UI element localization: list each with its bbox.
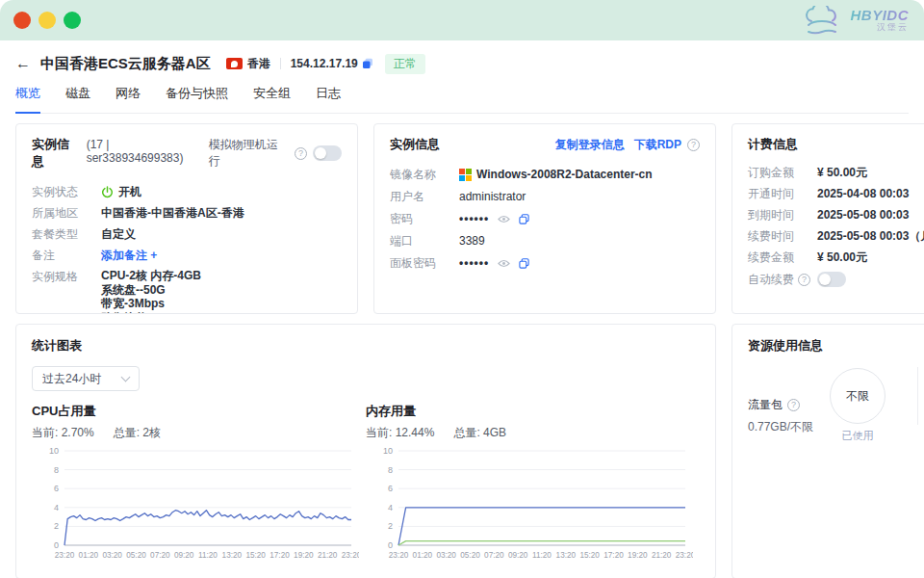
svg-text:09:20: 09:20 bbox=[174, 551, 194, 560]
panel-row-2: 统计图表 过去24小时 CPU占用量 当前: 2.70% 总量: 2核 0246… bbox=[15, 324, 924, 578]
copy-ip-icon[interactable] bbox=[362, 58, 373, 69]
sim-physical-toggle[interactable] bbox=[313, 145, 342, 161]
back-arrow-icon[interactable]: ← bbox=[15, 56, 31, 71]
svg-text:01:20: 01:20 bbox=[79, 551, 99, 560]
instance-id: (17 | ser338934699383) bbox=[87, 138, 209, 165]
svg-text:6: 6 bbox=[54, 484, 59, 493]
svg-text:6: 6 bbox=[388, 484, 393, 493]
cpu-chart-title: CPU占用量 bbox=[32, 403, 366, 420]
region-badge: 香港 bbox=[226, 56, 270, 72]
instance-panel-title: 实例信息 bbox=[32, 136, 82, 171]
svg-text:23:20: 23:20 bbox=[55, 551, 75, 560]
question-circle-icon[interactable] bbox=[295, 147, 307, 160]
hong-kong-flag-icon bbox=[226, 58, 243, 69]
svg-text:11:20: 11:20 bbox=[198, 551, 218, 560]
tab-overview[interactable]: 概览 bbox=[15, 85, 40, 114]
spec-line: CPU-2核 内存-4GB bbox=[101, 269, 202, 283]
spec-line: 系统盘--50G bbox=[101, 283, 202, 298]
expire-time-value: 2025-05-08 00:03 bbox=[817, 207, 909, 223]
memory-usage-chart[interactable]: 024681023:2001:2003:2005:2007:2009:2011:… bbox=[366, 445, 693, 565]
image-name-value: Windows-2008R2-Datacenter-cn bbox=[459, 167, 653, 182]
field-label: 面板密码 bbox=[390, 255, 459, 271]
instance-status-value: 开机 bbox=[101, 184, 141, 199]
brand-subtitle: 汉堡云 bbox=[877, 21, 909, 34]
svg-text:4: 4 bbox=[388, 503, 393, 512]
svg-text:10: 10 bbox=[383, 446, 393, 456]
add-note-link[interactable]: 添加备注 + bbox=[101, 248, 157, 263]
tab-disk[interactable]: 磁盘 bbox=[65, 85, 90, 113]
tab-backup-snapshot[interactable]: 备份与快照 bbox=[166, 85, 228, 113]
resource-panel-title: 资源使用信息 bbox=[748, 338, 823, 353]
cpu-current-stat: 当前: 2.70% bbox=[32, 425, 94, 441]
svg-text:8: 8 bbox=[388, 465, 393, 475]
field-label: 自动续费 bbox=[748, 272, 794, 287]
sim-physical-label: 模拟物理机运行 bbox=[209, 137, 289, 170]
instance-region-value: 中国香港-中国香港A区-香港 bbox=[101, 205, 244, 221]
copy-icon[interactable] bbox=[519, 214, 529, 224]
copy-login-info-link[interactable]: 复制登录信息 bbox=[555, 137, 625, 153]
app-window: HBYIDC 汉堡云 ← 中国香港ECS云服务器A区 香港 154.12.17.… bbox=[0, 0, 924, 578]
resource-usage-panel: 资源使用信息 流量包 0.77GB/不限 不限 已使用 bbox=[732, 324, 924, 578]
svg-text:21:20: 21:20 bbox=[318, 551, 338, 560]
cpu-usage-chart[interactable]: 024681023:2001:2003:2005:2007:2009:2011:… bbox=[32, 445, 359, 565]
divider bbox=[917, 367, 918, 425]
question-circle-icon[interactable] bbox=[687, 139, 700, 151]
statistics-panel: 统计图表 过去24小时 CPU占用量 当前: 2.70% 总量: 2核 0246… bbox=[15, 324, 716, 578]
brand-logo: HBYIDC 汉堡云 bbox=[800, 6, 909, 35]
svg-text:07:20: 07:20 bbox=[150, 551, 170, 560]
svg-text:23:20: 23:20 bbox=[342, 551, 359, 560]
renew-amount-value: ¥ 50.00元 bbox=[817, 250, 867, 265]
field-label: 续费金额 bbox=[748, 250, 817, 265]
tab-bar: 概览 磁盘 网络 备份与快照 安全组 日志 bbox=[15, 85, 909, 114]
field-label: 实例规格 bbox=[32, 269, 101, 314]
eye-icon[interactable] bbox=[498, 215, 510, 223]
maximize-icon[interactable] bbox=[64, 12, 81, 29]
svg-text:15:20: 15:20 bbox=[245, 551, 266, 560]
close-icon[interactable] bbox=[13, 12, 31, 29]
svg-text:4: 4 bbox=[54, 503, 59, 512]
svg-text:03:20: 03:20 bbox=[102, 551, 122, 560]
spec-line: 带宽-3Mbps bbox=[101, 297, 202, 311]
eye-icon[interactable] bbox=[498, 259, 510, 268]
status-badge: 正常 bbox=[385, 54, 425, 74]
copy-icon[interactable] bbox=[519, 258, 529, 269]
info-circle-icon[interactable] bbox=[787, 399, 800, 411]
tab-network[interactable]: 网络 bbox=[116, 85, 141, 113]
power-icon bbox=[101, 186, 114, 198]
spec-line: 防御峰值 - 5G bbox=[101, 311, 202, 315]
region-label: 香港 bbox=[247, 56, 270, 72]
svg-text:19:20: 19:20 bbox=[628, 551, 648, 560]
page-content: ← 中国香港ECS云服务器A区 香港 154.12.17.19 正常 概览 磁盘… bbox=[0, 40, 924, 578]
renew-time-value: 2025-05-08 00:03（月付付） bbox=[817, 228, 924, 244]
svg-text:10: 10 bbox=[49, 446, 59, 456]
field-label: 到期时间 bbox=[748, 207, 817, 223]
panel-row-1: 实例信息 (17 | ser338934699383) 模拟物理机运行 实例状态… bbox=[15, 123, 924, 314]
instance-spec-lines: CPU-2核 内存-4GB 系统盘--50G 带宽-3Mbps 防御峰值 - 5… bbox=[101, 269, 202, 314]
login-info-panel: 实例信息 复制登录信息 下载RDP 镜像名称 Windows-2008R2-Da… bbox=[373, 123, 716, 314]
tab-security-group[interactable]: 安全组 bbox=[253, 85, 291, 113]
traffic-donut: 不限 bbox=[830, 368, 886, 424]
field-label: 密码 bbox=[390, 211, 459, 226]
download-rdp-link[interactable]: 下载RDP bbox=[634, 137, 681, 153]
order-amount-value: ¥ 50.00元 bbox=[817, 165, 867, 180]
svg-text:01:20: 01:20 bbox=[413, 551, 433, 560]
svg-text:0: 0 bbox=[388, 540, 393, 550]
auto-renew-label-wrap: 自动续费 bbox=[748, 272, 817, 287]
statistics-panel-title: 统计图表 bbox=[32, 338, 82, 353]
svg-text:17:20: 17:20 bbox=[603, 551, 624, 560]
charts-row: CPU占用量 当前: 2.70% 总量: 2核 024681023:2001:2… bbox=[32, 403, 700, 565]
svg-text:8: 8 bbox=[54, 465, 59, 475]
memory-chart-title: 内存用量 bbox=[366, 403, 700, 420]
svg-text:2: 2 bbox=[54, 521, 59, 531]
login-panel-title: 实例信息 bbox=[390, 136, 440, 153]
minimize-icon[interactable] bbox=[38, 12, 56, 29]
server-ip: 154.12.17.19 bbox=[291, 57, 358, 70]
auto-renew-toggle[interactable] bbox=[817, 272, 846, 287]
time-range-select[interactable]: 过去24小时 bbox=[32, 366, 140, 391]
page-title: 中国香港ECS云服务器A区 bbox=[40, 55, 211, 73]
field-label: 实例状态 bbox=[32, 184, 101, 199]
tab-logs[interactable]: 日志 bbox=[316, 85, 341, 113]
field-label: 用户名 bbox=[390, 189, 459, 204]
svg-text:07:20: 07:20 bbox=[484, 551, 504, 560]
question-circle-icon[interactable] bbox=[798, 274, 810, 286]
